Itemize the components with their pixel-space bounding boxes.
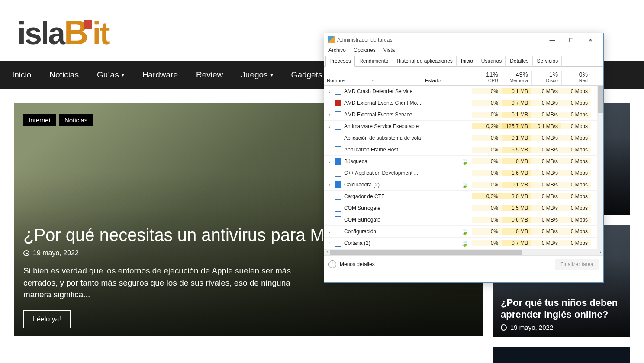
horizontal-scrollbar[interactable]: ‹ ›: [324, 249, 603, 255]
expand-toggle-icon[interactable]: ›: [328, 112, 332, 117]
col-header-memory[interactable]: 49% Memoria: [502, 71, 531, 85]
process-cpu-cell: 0%: [472, 112, 502, 118]
process-row[interactable]: ›Configuración🍃0%0 MB0 MB/s0 Mbps: [324, 226, 603, 238]
tab-procesos[interactable]: Procesos: [325, 56, 355, 67]
chevron-down-icon: ▾: [270, 72, 273, 78]
nav-inicio[interactable]: Inicio: [12, 70, 31, 80]
col-header-cpu[interactable]: 11% CPU: [472, 71, 502, 85]
logo-part-b: B: [64, 13, 87, 52]
side-card-1-date: 19 mayo, 2022: [501, 324, 625, 331]
expand-toggle-icon[interactable]: ›: [328, 124, 332, 129]
process-row[interactable]: Application Frame Host0%6,5 MB0 MB/s0 Mb…: [324, 144, 603, 156]
process-net-cell: 0 Mbps: [561, 240, 591, 246]
side-card-2[interactable]: FTX US FTX US permitirá el trading de ac…: [493, 347, 630, 363]
scroll-right-button[interactable]: ›: [597, 249, 603, 255]
process-row[interactable]: AMD External Events Client Mo...0%0,7 MB…: [324, 97, 603, 109]
process-name-cell: ›AMD Crash Defender Service: [324, 88, 422, 95]
tab-detalles[interactable]: Detalles: [506, 56, 532, 67]
nav-juegos[interactable]: Juegos▾: [241, 70, 273, 80]
nav-juegos-label: Juegos: [241, 70, 267, 80]
tab-usuarios[interactable]: Usuarios: [477, 56, 506, 67]
nav-hardware[interactable]: Hardware: [142, 70, 178, 80]
process-row[interactable]: ›Antimalware Service Executable0,2%125,7…: [324, 121, 603, 132]
nav-review[interactable]: Review: [196, 70, 223, 80]
process-cpu-cell: 0,3%: [472, 193, 502, 199]
process-mem-cell: 0,1 MB: [502, 112, 531, 118]
vertical-scrollbar-thumb[interactable]: [598, 86, 603, 113]
col-header-net[interactable]: 0% Red: [561, 71, 591, 85]
process-row[interactable]: ›AMD Crash Defender Service0%0,1 MB0 MB/…: [324, 86, 603, 97]
tab-rendimiento[interactable]: Rendimiento: [355, 56, 392, 67]
fewer-details-toggle[interactable]: ⌃ Menos detalles: [328, 260, 375, 268]
process-row[interactable]: ›Búsqueda🍃0%0 MB0 MB/s0 Mbps: [324, 156, 603, 167]
process-name: AMD Crash Defender Service: [344, 88, 412, 94]
process-disk-cell: 0 MB/s: [531, 205, 561, 211]
minimize-button[interactable]: —: [543, 34, 562, 46]
process-cpu-cell: 0%: [472, 135, 502, 141]
process-disk-cell: 0 MB/s: [531, 100, 561, 106]
process-row[interactable]: Aplicación de subsistema de cola0%0,1 MB…: [324, 132, 603, 144]
expand-toggle-icon[interactable]: ›: [328, 159, 332, 164]
tab-inicio[interactable]: Inicio: [457, 56, 477, 67]
hero-date-text: 19 mayo, 2022: [33, 249, 79, 257]
end-task-button[interactable]: Finalizar tarea: [555, 259, 599, 270]
process-disk-cell: 0 MB/s: [531, 147, 561, 153]
expand-toggle-icon[interactable]: ›: [328, 89, 332, 94]
process-icon: [335, 111, 341, 118]
menu-vista[interactable]: Vista: [383, 47, 395, 53]
process-disk-cell: 0 MB/s: [531, 240, 561, 246]
side-card-1-date-text: 19 mayo, 2022: [510, 324, 553, 331]
process-row[interactable]: COM Surrogate0%0,6 MB0 MB/s0 Mbps: [324, 214, 603, 226]
scroll-left-button[interactable]: ‹: [324, 249, 330, 255]
menu-opciones[interactable]: Opciones: [354, 47, 376, 53]
process-status-cell: 🍃: [422, 228, 472, 235]
process-icon: [335, 170, 341, 177]
expand-toggle-icon[interactable]: ›: [328, 241, 332, 246]
hscroll-thumb[interactable]: [330, 250, 522, 255]
read-more-button[interactable]: Léelo ya!: [23, 310, 71, 328]
tab-historial[interactable]: Historial de aplicaciones: [393, 56, 456, 67]
process-mem-cell: 0,1 MB: [502, 88, 531, 94]
process-icon: [335, 88, 341, 95]
close-button[interactable]: ✕: [581, 34, 600, 46]
col-header-disk[interactable]: 1% Disco: [531, 71, 561, 85]
nav-noticias[interactable]: Noticias: [49, 70, 79, 80]
disk-total-pct: 1%: [532, 71, 558, 78]
eco-leaf-icon: 🍃: [461, 158, 468, 165]
process-row[interactable]: COM Surrogate0%1,5 MB0 MB/s0 Mbps: [324, 202, 603, 214]
process-name-cell: ›AMD External Events Service M...: [324, 111, 422, 118]
process-icon: [335, 181, 341, 188]
nav-gadgets[interactable]: Gadgets: [291, 70, 322, 80]
process-row[interactable]: ›AMD External Events Service M...0%0,1 M…: [324, 109, 603, 121]
process-cpu-cell: 0%: [472, 100, 502, 106]
tag-internet[interactable]: Internet: [23, 114, 56, 126]
menu-archivo[interactable]: Archivo: [328, 47, 346, 53]
tag-noticias[interactable]: Noticias: [59, 114, 93, 126]
col-header-status[interactable]: Estado: [422, 78, 472, 85]
maximize-button[interactable]: ☐: [562, 34, 581, 46]
process-mem-cell: 0,6 MB: [502, 217, 531, 223]
hero-tags: Internet Noticias: [23, 114, 93, 126]
process-row[interactable]: Cargador de CTF0,3%3,0 MB0 MB/s0 Mbps: [324, 191, 603, 202]
process-net-cell: 0 Mbps: [561, 217, 591, 223]
process-row[interactable]: ›Calculadora (2)🍃0%0,1 MB0 MB/s0 Mbps: [324, 179, 603, 191]
nav-guias[interactable]: Guías▾: [97, 70, 124, 80]
tab-servicios[interactable]: Servicios: [533, 56, 562, 67]
process-icon: [335, 205, 341, 212]
expand-toggle-icon[interactable]: ›: [328, 183, 332, 187]
process-disk-cell: 0 MB/s: [531, 112, 561, 118]
expand-toggle-icon[interactable]: ›: [328, 229, 332, 234]
vertical-scrollbar[interactable]: [597, 86, 603, 249]
process-name: Cargador de CTF: [344, 193, 384, 199]
col-header-name[interactable]: ⌃ Nombre: [324, 78, 422, 85]
process-name: Configuración: [344, 228, 376, 235]
process-mem-cell: 125,7 MB: [502, 123, 531, 129]
process-cpu-cell: 0%: [472, 228, 502, 235]
process-row[interactable]: C++ Application Development ...0%1,6 MB0…: [324, 167, 603, 179]
task-manager-icon: [328, 36, 335, 43]
hscroll-track[interactable]: [330, 249, 597, 255]
process-name: Application Frame Host: [344, 147, 398, 153]
process-row[interactable]: ›Cortana (2)🍃0%0,7 MB0 MB/s0 Mbps: [324, 238, 603, 249]
site-logo[interactable]: isla B it: [17, 13, 109, 52]
titlebar[interactable]: Administrador de tareas — ☐ ✕: [324, 33, 603, 46]
